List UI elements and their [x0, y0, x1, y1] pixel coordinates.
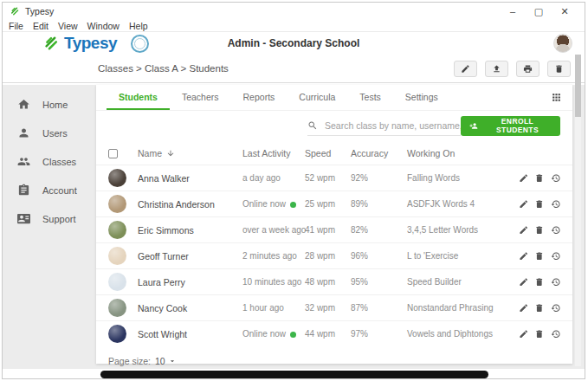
sort-descending-icon[interactable] — [166, 149, 175, 158]
table-row[interactable]: Eric Simmons over a week ago 41 wpm 82% … — [96, 216, 572, 242]
close-button[interactable]: ✕ — [552, 3, 578, 20]
table-row[interactable]: Nancy Cook 1 hour ago 32 wpm 87% Nonstan… — [96, 294, 572, 320]
column-label: Name — [138, 148, 162, 158]
delete-icon[interactable] — [534, 329, 545, 339]
delete-icon[interactable] — [534, 199, 545, 210]
table-row[interactable]: Scott Wright Online now 44 wpm 97% Vowel… — [96, 320, 572, 346]
edit-icon[interactable] — [519, 199, 529, 210]
column-header-name: Name — [138, 148, 242, 158]
student-name: Laura Perry — [138, 277, 242, 287]
online-indicator — [290, 202, 296, 208]
user-avatar[interactable] — [553, 34, 572, 53]
sidebar-item-label: Users — [42, 128, 68, 139]
delete-button[interactable] — [547, 61, 571, 77]
sidebar-item-label: Home — [42, 100, 68, 110]
edit-icon[interactable] — [519, 329, 529, 339]
menu-item[interactable]: Help — [129, 21, 148, 31]
sidebar-item-classes[interactable]: Classes — [3, 147, 87, 176]
last-activity-cell: over a week ago — [242, 225, 305, 235]
student-name: Eric Simmons — [138, 225, 242, 236]
menu-item[interactable]: File — [9, 21, 23, 31]
search-input[interactable] — [325, 120, 461, 131]
speed-cell: 41 wpm — [305, 225, 351, 235]
tab-label: Settings — [405, 92, 438, 102]
typesy-logo-icon — [42, 35, 60, 52]
tab-label: Curricula — [299, 92, 335, 102]
sidebar-item-users[interactable]: Users — [3, 119, 87, 147]
select-all-checkbox[interactable] — [108, 149, 118, 158]
print-icon — [523, 64, 533, 74]
scrollbar-thumb[interactable] — [575, 55, 581, 117]
page-size-value: 10 — [155, 356, 165, 366]
tab-settings[interactable]: Settings — [393, 85, 450, 110]
edit-button[interactable] — [454, 61, 477, 77]
edit-icon[interactable] — [519, 173, 529, 184]
row-actions — [519, 225, 561, 236]
page-size-select[interactable]: 10 — [155, 356, 177, 366]
delete-icon[interactable] — [534, 225, 545, 236]
delete-icon[interactable] — [534, 173, 545, 184]
upload-button[interactable] — [485, 61, 508, 77]
student-avatar — [108, 299, 126, 317]
history-icon[interactable] — [551, 303, 561, 313]
app-logo-icon — [10, 6, 20, 16]
row-actions — [519, 277, 561, 287]
tab-reports[interactable]: Reports — [231, 85, 288, 110]
menu-item[interactable]: View — [58, 21, 78, 31]
sidebar-item-support[interactable]: Support — [3, 204, 87, 233]
last-activity-cell: 2 minutes ago — [242, 251, 305, 261]
table-row[interactable]: Laura Perry 10 minutes ago 48 wpm 95% Sp… — [96, 268, 572, 294]
menu-item[interactable]: Window — [87, 21, 120, 31]
enroll-students-button[interactable]: ENROLL STUDENTS — [461, 116, 560, 136]
menu-item[interactable]: Edit — [33, 21, 48, 31]
student-name: Nancy Cook — [138, 303, 242, 313]
vertical-scrollbar[interactable] — [575, 55, 581, 366]
table-row[interactable]: Christina Anderson Online now 25 wpm 89%… — [96, 190, 572, 216]
edit-icon[interactable] — [519, 251, 529, 262]
accuracy-cell: 82% — [351, 225, 407, 235]
delete-icon[interactable] — [534, 251, 545, 262]
tab-students[interactable]: Students — [107, 85, 170, 110]
row-actions — [519, 329, 561, 339]
main-panel: Students Teachers Reports Curricula Test… — [96, 85, 572, 364]
tab-label: Tests — [359, 92, 381, 102]
history-icon[interactable] — [551, 251, 561, 262]
delete-icon[interactable] — [534, 303, 545, 313]
speed-cell: 44 wpm — [305, 329, 351, 339]
table-row[interactable]: Anna Walker a day ago 52 wpm 92% Falling… — [96, 165, 572, 190]
table-header: Name Last Activity Speed Accuracy Workin… — [96, 142, 572, 165]
print-button[interactable] — [516, 61, 540, 77]
history-icon[interactable] — [551, 225, 561, 236]
body-region: Home Users Classes Account Support — [3, 85, 585, 369]
tab-tests[interactable]: Tests — [347, 85, 393, 110]
edit-icon[interactable] — [519, 277, 529, 287]
accuracy-cell: 97% — [351, 329, 407, 339]
speed-cell: 28 wpm — [305, 251, 351, 261]
delete-icon[interactable] — [534, 277, 545, 287]
sidebar-item-label: Classes — [42, 157, 76, 167]
table-row[interactable]: Geoff Turner 2 minutes ago 28 wpm 96% L … — [96, 242, 572, 268]
minimize-button[interactable]: – — [500, 3, 526, 20]
history-icon[interactable] — [551, 329, 561, 339]
column-header-last-activity: Last Activity — [242, 148, 305, 158]
history-icon[interactable] — [551, 199, 561, 210]
edit-icon[interactable] — [519, 303, 529, 313]
accuracy-cell: 95% — [351, 277, 407, 287]
grid-view-button[interactable] — [551, 92, 562, 103]
tab-teachers[interactable]: Teachers — [170, 85, 231, 110]
edit-icon[interactable] — [519, 225, 529, 236]
maximize-button[interactable]: ▢ — [526, 3, 552, 20]
last-activity-cell: 1 hour ago — [242, 303, 305, 313]
history-icon[interactable] — [551, 173, 561, 184]
enroll-button-label: ENROLL STUDENTS — [483, 117, 552, 134]
last-activity-cell: a day ago — [242, 173, 305, 183]
history-icon[interactable] — [551, 277, 561, 287]
title-bar: Typesy – ▢ ✕ — [3, 3, 585, 20]
tab-curricula[interactable]: Curricula — [287, 85, 347, 110]
speed-cell: 48 wpm — [305, 277, 351, 287]
row-actions — [519, 199, 561, 210]
sidebar-item-account[interactable]: Account — [3, 176, 87, 204]
sidebar-item-home[interactable]: Home — [3, 90, 87, 119]
last-activity-cell: Online now — [242, 199, 305, 209]
row-actions — [519, 251, 561, 262]
